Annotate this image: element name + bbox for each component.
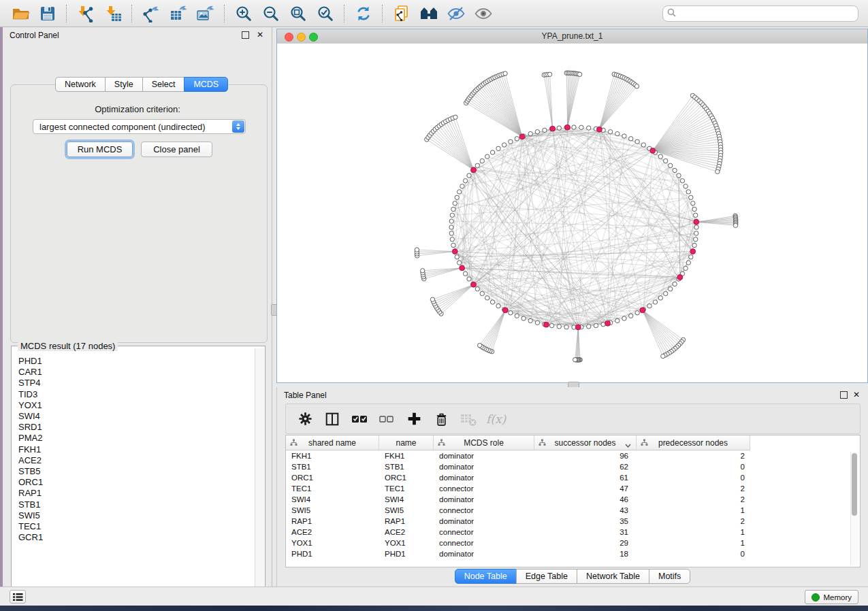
delete-columns-button[interactable] [428, 409, 455, 429]
table-row[interactable]: FKH1FKH1dominator962 [286, 450, 750, 461]
save-session-button[interactable] [34, 3, 61, 24]
tab-edge-table[interactable]: Edge Table [516, 569, 577, 584]
delete-table-button[interactable] [455, 409, 482, 429]
optimization-criterion-select[interactable]: largest connected component (undirected) [33, 119, 246, 134]
toolbar-separator [224, 5, 225, 22]
tab-network[interactable]: Network [55, 77, 106, 92]
mcds-result-item[interactable]: PMA2 [18, 433, 43, 444]
function-builder-button: f(x) [486, 412, 506, 426]
table-cell: 35 [534, 517, 637, 525]
open-file-button[interactable] [7, 3, 34, 24]
show-column-layout-button[interactable] [319, 409, 346, 429]
export-table-button[interactable] [165, 3, 192, 24]
mcds-result-item[interactable]: ORC1 [18, 477, 43, 488]
export-image-button[interactable] [192, 3, 219, 24]
mcds-result-item[interactable]: STB5 [18, 466, 43, 477]
tab-network-table[interactable]: Network Table [577, 569, 649, 584]
column-header-mcds-role[interactable]: MCDS role [434, 435, 534, 450]
memory-label: Memory [823, 593, 852, 601]
mcds-result-item[interactable]: STB1 [18, 499, 43, 510]
mcds-result-item[interactable]: SWI4 [18, 411, 43, 422]
table-row[interactable]: SWI4SWI4dominator462 [286, 494, 750, 505]
mcds-result-list: PHD1CAR1STP4TID3YOX1SWI4SRD1PMA2FKH1ACE2… [18, 356, 43, 543]
task-history-button[interactable] [10, 590, 26, 604]
first-neighbors-of-selected-button[interactable] [415, 3, 443, 24]
search-box[interactable] [662, 5, 858, 22]
table-cell: connector [434, 484, 534, 493]
mcds-result-item[interactable]: TID3 [18, 389, 43, 400]
mcds-result-item[interactable]: PHD1 [18, 356, 43, 367]
mcds-result-item[interactable]: STP4 [18, 378, 43, 389]
table-row[interactable]: PHD1PHD1dominator180 [286, 548, 750, 559]
close-panel-button[interactable]: Close panel [141, 142, 212, 157]
table-cell: TEC1 [379, 484, 434, 493]
scrollbar-thumb[interactable] [852, 453, 857, 516]
network-window: YPA_prune.txt_1 [276, 29, 868, 383]
zoom-out-button[interactable] [257, 3, 285, 24]
export-network-button[interactable] [138, 3, 165, 24]
mcds-result-item[interactable]: CAR1 [18, 367, 43, 378]
table-row[interactable]: STB1STB1dominator620 [286, 461, 750, 472]
mcds-result-item[interactable]: FKH1 [18, 444, 43, 455]
toolbar-buttons [7, 0, 497, 27]
network-window-titlebar[interactable]: YPA_prune.txt_1 [277, 29, 867, 44]
select-all-columns-button[interactable] [346, 409, 373, 429]
mcds-result-item[interactable]: GCR1 [18, 532, 43, 543]
table-row[interactable]: RAP1RAP1dominator352 [286, 516, 750, 527]
zoom-selected-region-button[interactable] [312, 3, 339, 24]
hide-selected-button[interactable] [443, 3, 470, 24]
table-cell: SWI5 [286, 506, 379, 514]
table-row[interactable]: ACE2ACE2connector311 [286, 527, 750, 538]
tab-style[interactable]: Style [105, 77, 143, 92]
table-row[interactable]: SWI5SWI5connector431 [286, 505, 750, 516]
mcds-result-item[interactable]: YOX1 [18, 400, 43, 411]
table-cell: FKH1 [286, 452, 379, 460]
table-row[interactable]: YOX1YOX1connector291 [286, 538, 750, 548]
mcds-result-item[interactable]: TEC1 [18, 521, 43, 532]
table-row[interactable]: ORC1ORC1dominator610 [286, 472, 750, 483]
column-header-label: successor nodes [554, 438, 615, 448]
table-cell: 1 [637, 528, 750, 536]
mcds-result-item[interactable]: SRD1 [18, 422, 43, 433]
table-cell: connector [434, 506, 534, 514]
table-row[interactable]: TEC1TEC1connector472 [286, 483, 750, 494]
mcds-result-item[interactable]: ACE2 [18, 455, 43, 466]
shared-column-icon [641, 439, 648, 448]
import-table-from-file-button[interactable] [99, 3, 127, 24]
zoom-fit-content-button[interactable] [285, 3, 312, 24]
network-canvas[interactable] [277, 44, 867, 382]
zoom-in-button[interactable] [230, 3, 257, 24]
table-settings-button[interactable] [291, 409, 319, 429]
tab-motifs[interactable]: Motifs [649, 569, 690, 584]
table-cell: dominator [434, 452, 534, 460]
tab-select[interactable]: Select [142, 77, 185, 92]
tab-node-table[interactable]: Node Table [455, 569, 517, 584]
close-panel-icon[interactable]: ✕ [257, 30, 263, 39]
float-panel-icon[interactable] [840, 391, 848, 399]
table-panel: Table Panel ✕ f(x) shared namenameMCDS r… [276, 387, 868, 587]
optimization-criterion-value: largest connected component (undirected) [39, 122, 206, 132]
mcds-result-title: MCDS result (17 nodes) [18, 341, 118, 351]
mcds-result-item[interactable]: RAP1 [18, 488, 43, 499]
deselect-all-columns-button[interactable] [373, 409, 400, 429]
import-network-from-file-button[interactable] [72, 3, 99, 24]
tab-mcds[interactable]: MCDS [184, 77, 228, 92]
memory-button[interactable]: Memory [805, 590, 858, 604]
close-panel-icon[interactable]: ✕ [853, 390, 860, 399]
table-panel-title: Table Panel [284, 391, 327, 400]
column-header-shared-name[interactable]: shared name [286, 435, 379, 450]
mcds-result-item[interactable]: SWI5 [18, 510, 43, 521]
mcds-result-scrollbar[interactable] [255, 348, 264, 597]
column-header-predecessor-nodes[interactable]: predecessor nodes [637, 435, 750, 450]
new-network-from-selection-button[interactable] [388, 3, 415, 24]
table-scrollbar[interactable] [850, 452, 858, 565]
apply-preferred-layout-button[interactable] [350, 3, 377, 24]
search-input[interactable] [679, 8, 854, 19]
run-mcds-button[interactable]: Run MCDS [67, 142, 133, 157]
float-panel-icon[interactable] [242, 31, 249, 39]
column-header-successor-nodes[interactable]: successor nodes [534, 435, 637, 450]
column-header-name[interactable]: name [379, 435, 434, 450]
show-all-nodes-edges-button[interactable] [470, 3, 497, 24]
create-new-column-button[interactable] [400, 409, 428, 429]
table-cell: ORC1 [379, 474, 434, 482]
